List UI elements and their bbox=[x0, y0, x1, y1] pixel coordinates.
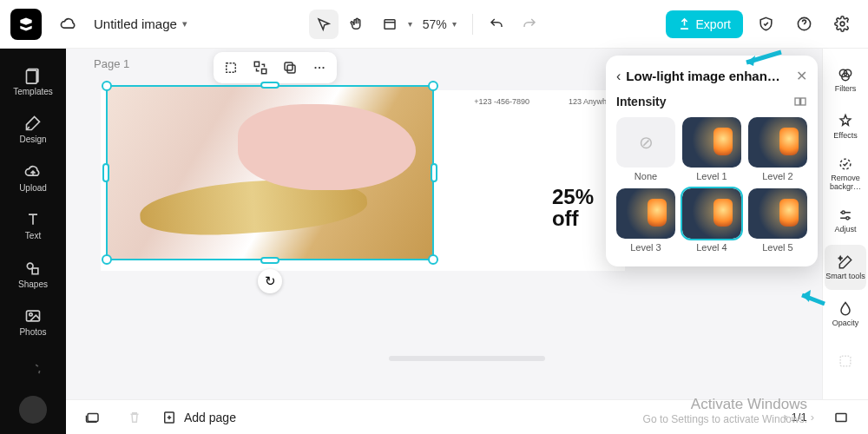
export-label: Export bbox=[696, 17, 731, 31]
intensity-option-2[interactable]: Level 2 bbox=[748, 117, 807, 181]
thumb-label: Level 1 bbox=[696, 171, 727, 181]
delete-icon[interactable] bbox=[120, 403, 149, 432]
rail-item-opacity[interactable]: Opacity bbox=[825, 292, 866, 337]
svg-point-22 bbox=[842, 211, 845, 214]
promo-percent: 25% bbox=[552, 186, 594, 207]
low-light-panel: ‹ Low-light image enhan… ✕ Intensity ⊘ N… bbox=[606, 56, 818, 266]
resize-edge-left[interactable] bbox=[102, 163, 109, 182]
back-icon[interactable]: ‹ bbox=[616, 69, 621, 84]
page-counter[interactable]: ‹ 1/1 › bbox=[784, 411, 814, 424]
panel-title: Low-light image enhan… bbox=[626, 69, 791, 83]
resize-edge-right[interactable] bbox=[431, 163, 437, 182]
svg-point-16 bbox=[319, 67, 320, 69]
sidebar-label: Shapes bbox=[18, 279, 48, 289]
sidebar-item-shapes[interactable]: Shapes bbox=[5, 252, 61, 296]
sidebar-item-templates[interactable]: Templates bbox=[5, 59, 61, 103]
app-logo[interactable] bbox=[10, 9, 42, 40]
zoom-control[interactable]: 57% ▾ bbox=[416, 17, 464, 31]
thumb-level-5[interactable] bbox=[748, 188, 807, 239]
select-tool[interactable] bbox=[309, 10, 339, 39]
rail-item-filters[interactable]: Filters bbox=[825, 57, 866, 102]
left-sidebar: Templates Design Upload Text Shapes Phot… bbox=[0, 49, 66, 434]
rail-item-effects[interactable]: Effects bbox=[825, 104, 866, 149]
sidebar-item-text[interactable]: Text bbox=[5, 203, 61, 247]
promo-off: off bbox=[552, 207, 594, 229]
sidebar-label: Templates bbox=[13, 87, 53, 96]
close-icon[interactable]: ✕ bbox=[796, 68, 807, 84]
thumb-none[interactable]: ⊘ bbox=[616, 117, 675, 168]
thumb-label: None bbox=[635, 171, 657, 181]
rail-item-smart-tools[interactable]: Smart tools bbox=[825, 245, 866, 290]
svg-rect-26 bbox=[801, 98, 806, 105]
sidebar-item-photos[interactable]: Photos bbox=[5, 299, 61, 344]
export-button[interactable]: Export bbox=[666, 10, 743, 38]
svg-rect-27 bbox=[88, 413, 98, 421]
layers-icon[interactable] bbox=[78, 403, 108, 432]
rotate-handle[interactable]: ↻ bbox=[258, 269, 282, 293]
canvas-size-menu[interactable] bbox=[375, 10, 404, 39]
hand-tool[interactable] bbox=[342, 10, 372, 39]
svg-rect-24 bbox=[840, 356, 851, 366]
compare-icon[interactable] bbox=[793, 95, 807, 108]
resize-handle-tl[interactable] bbox=[102, 81, 112, 91]
intensity-option-4[interactable]: Level 4 bbox=[682, 188, 741, 253]
fullscreen-icon[interactable] bbox=[826, 403, 856, 432]
more-icon[interactable] bbox=[309, 57, 330, 78]
top-center-tools: ▾ 57% ▾ bbox=[309, 10, 544, 39]
rail-item-remove-bg[interactable]: Remove backgr… bbox=[825, 151, 866, 196]
rail-label: Remove backgr… bbox=[825, 174, 866, 192]
resize-handle-bl[interactable] bbox=[102, 254, 112, 265]
thumb-level-3[interactable] bbox=[616, 188, 675, 239]
bottom-bar: Add page ‹ 1/1 › bbox=[66, 399, 868, 434]
resize-edge-bottom[interactable] bbox=[260, 257, 279, 264]
add-page-button[interactable]: Add page bbox=[161, 410, 236, 425]
svg-point-8 bbox=[30, 313, 32, 316]
selected-image[interactable] bbox=[108, 87, 432, 259]
user-avatar[interactable] bbox=[19, 396, 47, 424]
top-toolbar: Untitled image ▾ ▾ 57% ▾ Export bbox=[0, 0, 868, 49]
duplicate-icon[interactable] bbox=[279, 57, 300, 78]
resize-edge-top[interactable] bbox=[260, 82, 279, 89]
intensity-option-3[interactable]: Level 3 bbox=[616, 188, 675, 253]
crop-icon[interactable] bbox=[220, 57, 241, 78]
chevron-right-icon[interactable]: › bbox=[811, 411, 814, 424]
rail-item-more[interactable] bbox=[825, 339, 866, 384]
resize-handle-br[interactable] bbox=[428, 254, 438, 265]
redo-button[interactable] bbox=[515, 10, 544, 39]
svg-rect-13 bbox=[287, 65, 295, 73]
help-icon[interactable] bbox=[790, 10, 819, 39]
settings-icon[interactable] bbox=[828, 10, 858, 39]
svg-rect-4 bbox=[27, 70, 37, 83]
properties-rail: Filters Effects Remove backgr… Adjust Sm… bbox=[823, 49, 868, 399]
undo-button[interactable] bbox=[482, 10, 511, 39]
document-title[interactable]: Untitled image ▾ bbox=[94, 16, 187, 31]
sidebar-item-upload[interactable]: Upload bbox=[5, 155, 61, 200]
thumb-level-1[interactable] bbox=[682, 117, 741, 168]
chevron-left-icon[interactable]: ‹ bbox=[784, 411, 787, 424]
page-label: Page 1 bbox=[94, 57, 129, 70]
document-title-text: Untitled image bbox=[94, 16, 177, 31]
svg-rect-10 bbox=[227, 63, 236, 73]
replace-icon[interactable] bbox=[250, 57, 271, 78]
shield-icon[interactable] bbox=[752, 10, 781, 39]
resize-handle-tr[interactable] bbox=[428, 81, 438, 91]
rail-item-adjust[interactable]: Adjust bbox=[825, 198, 866, 243]
page-count-text: 1/1 bbox=[792, 411, 807, 424]
sidebar-item-more[interactable] bbox=[5, 348, 61, 392]
selection-frame[interactable]: ↻ bbox=[106, 85, 434, 260]
intensity-option-5[interactable]: Level 5 bbox=[748, 188, 807, 253]
rail-label: Filters bbox=[835, 85, 857, 94]
intensity-option-1[interactable]: Level 1 bbox=[682, 117, 741, 181]
sidebar-item-design[interactable]: Design bbox=[5, 107, 61, 151]
thumb-level-2[interactable] bbox=[748, 117, 807, 168]
svg-rect-0 bbox=[385, 19, 395, 29]
sidebar-label: Design bbox=[19, 135, 46, 144]
intensity-option-none[interactable]: ⊘ None bbox=[616, 117, 675, 181]
svg-point-23 bbox=[846, 217, 849, 220]
cloud-sync-icon[interactable] bbox=[54, 10, 83, 39]
thumb-level-4[interactable] bbox=[682, 188, 741, 239]
sidebar-label: Upload bbox=[19, 183, 47, 193]
thumb-label: Level 4 bbox=[696, 242, 727, 253]
divider bbox=[472, 14, 473, 35]
horizontal-scrollbar[interactable] bbox=[389, 356, 545, 361]
